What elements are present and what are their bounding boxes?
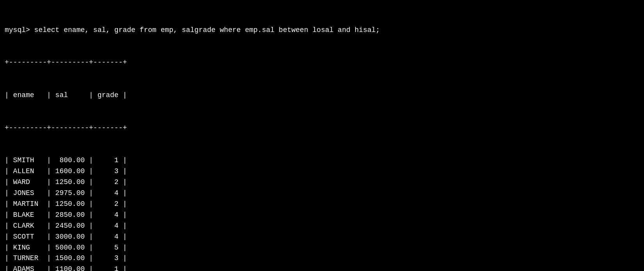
terminal-output: mysql> select ename, sal, grade from emp…: [5, 3, 639, 271]
header-row: | ename | sal | grade |: [5, 90, 639, 101]
separator-top: +---------+---------+-------+: [5, 57, 639, 68]
table-row: | JONES | 2975.00 | 4 |: [5, 188, 639, 199]
table-row: | SMITH | 800.00 | 1 |: [5, 155, 639, 166]
table-row: | ALLEN | 1600.00 | 3 |: [5, 166, 639, 177]
data-rows-container: | SMITH | 800.00 | 1 || ALLEN | 1600.00 …: [5, 155, 639, 271]
table-row: | TURNER | 1500.00 | 3 |: [5, 253, 639, 264]
table-row: | ADAMS | 1100.00 | 1 |: [5, 264, 639, 271]
table-row: | SCOTT | 3000.00 | 4 |: [5, 232, 639, 243]
table-row: | CLARK | 2450.00 | 4 |: [5, 221, 639, 232]
table-row: | BLAKE | 2850.00 | 4 |: [5, 210, 639, 221]
separator-mid: +---------+---------+-------+: [5, 123, 639, 134]
table-row: | KING | 5000.00 | 5 |: [5, 243, 639, 253]
command-text: mysql> select ename, sal, grade from emp…: [5, 26, 380, 34]
table-row: | MARTIN | 1250.00 | 2 |: [5, 199, 639, 210]
table-row: | WARD | 1250.00 | 2 |: [5, 177, 639, 188]
command-line: mysql> select ename, sal, grade from emp…: [5, 25, 639, 36]
